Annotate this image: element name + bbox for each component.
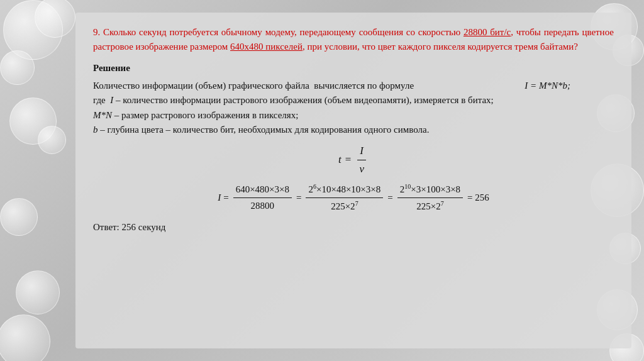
question-number: 9. [93, 27, 100, 37]
frac-2: 26×10×48×10×3×8 225×27 [306, 181, 383, 214]
frac-3: 210×3×100×3×8 225×27 [397, 181, 463, 214]
frac-1: 640×480×3×8 28800 [233, 182, 292, 213]
solution-line-3: M*N – размер растрового изображения в пи… [93, 108, 614, 123]
t-formula: t = I v [93, 142, 614, 177]
question-body: Сколько секунд потребуется обычному моде… [93, 27, 614, 52]
i-formula: I = 640×480×3×8 28800 = 26×10×48×10×3×8 … [93, 181, 614, 214]
solution-header: Решение [93, 61, 614, 75]
solution-line-4: b – глубина цвета – количество бит, необ… [93, 123, 614, 137]
bubble-5 [38, 126, 66, 154]
solution-line-1: Количество информации (объем) графическо… [93, 79, 614, 93]
bubble-6 [0, 198, 38, 236]
bubble-7 [16, 270, 60, 314]
answer-line: Ответ: 256 секунд [93, 220, 614, 235]
bubble-3 [0, 50, 35, 85]
t-fraction: I v [357, 142, 367, 177]
question-text: 9. Сколько секунд потребуется обычному м… [93, 25, 614, 55]
content-card: 9. Сколько секунд потребуется обычному м… [75, 13, 631, 348]
solution-line-2: где I – количество информации растрового… [93, 93, 614, 108]
